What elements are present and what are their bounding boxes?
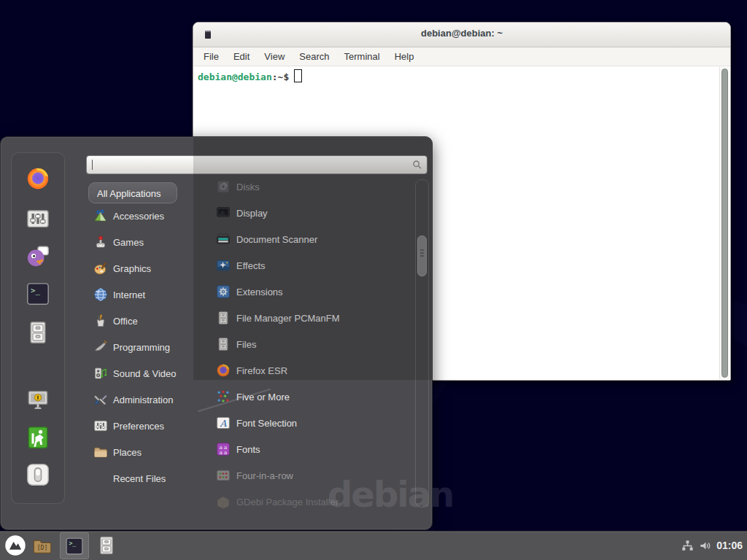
search-icon bbox=[411, 159, 423, 171]
app-document-scanner[interactable]: Document Scanner bbox=[211, 226, 414, 252]
category-recent-files[interactable]: Recent Files bbox=[88, 465, 198, 491]
volume-icon[interactable] bbox=[699, 539, 713, 553]
app-five-or-more[interactable]: Five or More bbox=[211, 384, 414, 410]
games-icon bbox=[93, 235, 108, 249]
menu-scrollbar-thumb[interactable] bbox=[417, 236, 427, 276]
app-effects[interactable]: Effects bbox=[211, 252, 414, 279]
category-administration[interactable]: Administration bbox=[88, 386, 198, 413]
prompt-user-host: debian@debian bbox=[198, 71, 272, 82]
app-display[interactable]: Display bbox=[211, 200, 414, 226]
app-disks[interactable]: Disks bbox=[211, 174, 414, 200]
app-firefox-esr[interactable]: Firefox ESR bbox=[211, 357, 414, 384]
office-icon bbox=[93, 314, 108, 328]
network-icon[interactable] bbox=[681, 539, 694, 553]
terminal-menu-help[interactable]: Help bbox=[387, 47, 422, 66]
application-list: DisksDisplayDocument ScannerEffectsExten… bbox=[211, 174, 414, 515]
terminal-title: debian@debian: ~ bbox=[193, 28, 730, 39]
category-office[interactable]: Office bbox=[88, 308, 198, 334]
disks-icon bbox=[216, 179, 231, 194]
favorite-firefox-browser[interactable] bbox=[26, 166, 50, 191]
favorite-lock-screen[interactable] bbox=[26, 387, 50, 412]
fontsel-icon: A bbox=[216, 416, 231, 430]
favorite-file-manager[interactable] bbox=[26, 320, 50, 345]
terminal-window-button[interactable]: >_ bbox=[60, 532, 89, 559]
programming-icon bbox=[93, 340, 108, 354]
terminal-scrollbar-thumb[interactable] bbox=[721, 69, 728, 378]
administration-icon bbox=[93, 392, 108, 407]
cabinet-icon bbox=[216, 311, 231, 325]
favorite-terminal[interactable]: >_ bbox=[26, 281, 50, 306]
display-icon bbox=[216, 206, 231, 220]
svg-text:>_: >_ bbox=[69, 540, 76, 547]
scanner-icon bbox=[216, 232, 231, 246]
no-icon bbox=[93, 471, 108, 486]
soundvideo-icon bbox=[93, 366, 108, 381]
application-menu: >_ All Applications AccessoriesGamesGrap… bbox=[0, 136, 433, 530]
favorite-log-out[interactable] bbox=[26, 425, 50, 450]
category-internet[interactable]: Internet bbox=[88, 281, 198, 308]
clock[interactable]: 01:06 bbox=[716, 540, 743, 551]
terminal-scrollbar[interactable] bbox=[719, 67, 729, 379]
extensions-icon bbox=[216, 284, 231, 299]
svg-text:A: A bbox=[219, 418, 227, 429]
debian-watermark: debian bbox=[328, 474, 453, 515]
category-games[interactable]: Games bbox=[88, 229, 198, 255]
favorites-rail: >_ bbox=[11, 152, 65, 504]
svg-text:a a: a a bbox=[220, 449, 228, 456]
app-extensions[interactable]: Extensions bbox=[211, 279, 414, 305]
menu-button[interactable] bbox=[4, 534, 26, 556]
fonts-icon: a aa a bbox=[216, 442, 231, 456]
places-icon bbox=[93, 445, 108, 459]
terminal-menu-view[interactable]: View bbox=[257, 47, 292, 66]
terminal-menubar: FileEditViewSearchTerminalHelp bbox=[193, 47, 730, 66]
favorite-pidgin-messenger[interactable] bbox=[26, 244, 50, 268]
menu-scrollbar[interactable] bbox=[415, 179, 429, 508]
search-bar bbox=[86, 155, 427, 174]
svg-text:>_: >_ bbox=[31, 286, 40, 295]
svg-text:[D]: [D] bbox=[37, 544, 48, 551]
category-list: AccessoriesGamesGraphicsInternetOfficePr… bbox=[88, 203, 198, 491]
terminal-icon: >_ bbox=[65, 537, 84, 556]
preferences-icon bbox=[93, 419, 108, 433]
terminal-menu-edit[interactable]: Edit bbox=[226, 47, 257, 66]
category-accessories[interactable]: Accessories bbox=[88, 203, 198, 229]
category-places[interactable]: Places bbox=[88, 439, 198, 465]
text-caret bbox=[92, 160, 93, 170]
app-file-manager-pcmanfm[interactable]: File Manager PCManFM bbox=[211, 305, 414, 331]
gdebi-icon bbox=[216, 494, 231, 509]
terminal-titlebar[interactable]: debian@debian: ~ bbox=[193, 23, 730, 47]
firefox-icon bbox=[216, 363, 231, 378]
cabinet-icon bbox=[216, 337, 231, 351]
terminal-menu-search[interactable]: Search bbox=[292, 47, 336, 66]
category-graphics[interactable]: Graphics bbox=[88, 255, 198, 281]
taskbar: 01:06 [D]>_ bbox=[0, 531, 747, 560]
category-preferences[interactable]: Preferences bbox=[88, 413, 198, 439]
folder-launcher[interactable]: [D] bbox=[32, 536, 53, 556]
terminal-menu-terminal[interactable]: Terminal bbox=[337, 47, 387, 66]
category-programming[interactable]: Programming bbox=[88, 334, 198, 360]
terminal-menu-file[interactable]: File bbox=[196, 47, 226, 66]
category-all-applications[interactable]: All Applications bbox=[88, 182, 177, 203]
favorite-shut-down[interactable] bbox=[26, 462, 50, 487]
fivemore-icon bbox=[216, 389, 231, 404]
desktop: debian@debian: ~ × FileEditViewSearchTer… bbox=[0, 0, 747, 560]
prompt-suffix: :~$ bbox=[272, 71, 289, 82]
internet-icon bbox=[93, 287, 108, 302]
category-sound-video[interactable]: Sound & Video bbox=[88, 360, 198, 386]
favorite-control-center[interactable] bbox=[26, 206, 50, 231]
app-fonts[interactable]: a aa aFonts bbox=[211, 436, 414, 462]
files-launcher[interactable] bbox=[96, 534, 117, 556]
terminal-cursor bbox=[294, 69, 302, 82]
app-font-selection[interactable]: AFont Selection bbox=[211, 410, 414, 436]
fourrow-icon bbox=[216, 468, 231, 483]
graphics-icon bbox=[93, 261, 108, 276]
accessories-icon bbox=[93, 209, 108, 223]
app-files[interactable]: Files bbox=[211, 331, 414, 357]
effects-icon bbox=[216, 258, 231, 273]
search-input[interactable] bbox=[86, 155, 427, 174]
